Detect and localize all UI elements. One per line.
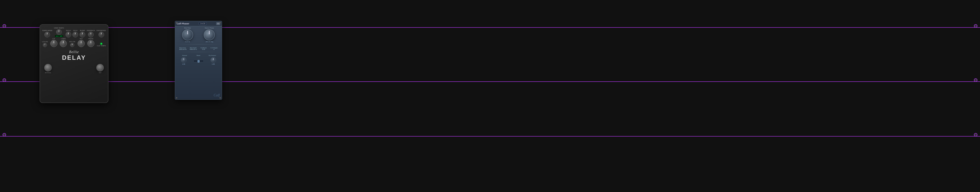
knob-label-tempo-mode: TEMPO MODE [42, 30, 52, 31]
knob-lowq[interactable] [60, 40, 67, 47]
knob-label-hcf: HCF [80, 38, 83, 39]
feedback-value: 0.25 [199, 49, 209, 50]
knob-lcf[interactable] [50, 40, 57, 47]
cue-tempo-led [100, 43, 102, 44]
reset-slider-thumb [197, 60, 200, 63]
calf-large-knobs-section: Mod Rate Stereo Phase 0.20 hz 180.00 deg [175, 26, 222, 44]
reset-label: Reset [191, 55, 205, 56]
bypass-label: BYPASS [45, 72, 51, 74]
knob-crossfeed[interactable] [99, 32, 104, 38]
knob-group-tempo-mode: TEMPO MODE [42, 30, 52, 38]
knob-label-user-tempo: USER TEMPO [54, 27, 64, 29]
mod-depth-value: 4000.00 ct [188, 49, 199, 50]
amount-value: 1.00 [182, 63, 185, 65]
knob-label-div-r: DIV R [73, 30, 77, 31]
knob-group-lcf: LCF [50, 38, 57, 47]
menu-line-1 [217, 23, 220, 23]
knob-feedback[interactable] [88, 32, 94, 38]
knob-label-lowq: LOWQ [61, 38, 65, 39]
knob-divi-b[interactable] [65, 32, 71, 38]
connector-right-middle [974, 78, 977, 82]
knob-group-user-tempo: USER TEMPO 120.0 BPM [54, 27, 64, 38]
base-freq-value: 1000.00 hz [178, 49, 188, 50]
stereo-phase-knob-group: 180.00 deg [204, 29, 215, 42]
calf-onoff-button[interactable]: On/Off [199, 22, 207, 25]
tap-label: TAP [99, 72, 101, 74]
calf-small-params-section: Base Freq. Mod Depth Feedback # of Stage… [175, 45, 222, 51]
knob-group-blend: BLEND [80, 30, 85, 38]
knob-hcf[interactable] [78, 40, 85, 47]
signal-line-top [0, 27, 980, 28]
mod-rate-knob-group: 0.20 hz [182, 29, 193, 42]
knob-group-lowq: LOWQ [60, 38, 67, 47]
connector-left-bottom [3, 133, 6, 137]
knob-user-tempo[interactable] [56, 29, 62, 35]
delay-name-area: Bellie DELAY [40, 49, 108, 62]
amount-knob-group: 1.00 [181, 57, 186, 65]
user-tempo-display: 120.0 BPM [55, 35, 64, 38]
knob-label-crossfeed: CROSSFEED [97, 30, 106, 31]
stereo-phase-section-label: Stereo Phase [199, 27, 221, 29]
connector-left-top [3, 24, 6, 28]
bypass-footswitch-group: BYPASS [44, 64, 52, 74]
signal-line-bottom [0, 136, 980, 137]
knob-group-feedback: FEEDBACK [87, 30, 95, 38]
knob-group-crossfeed: CROSSFEED [97, 30, 106, 38]
knob-label-highq: HIGHQ [88, 38, 94, 39]
reset-slider-container [193, 60, 204, 63]
knob-group-div-r: DIV R [73, 30, 78, 38]
delay-brand: Bellie [40, 50, 108, 54]
signal-line-middle [0, 81, 980, 82]
screw-top-right [220, 22, 221, 24]
knob-label-hcf-on: HCF ON [69, 41, 75, 42]
knob-highq[interactable] [87, 40, 94, 47]
tap-footswitch[interactable] [96, 64, 104, 71]
screw-top-left [176, 22, 177, 24]
mod-rate-value: 0.20 hz [185, 41, 190, 42]
calf-logo: Calf [213, 93, 220, 98]
knob-hcf-on[interactable] [70, 43, 74, 47]
calf-title: Calf Phaser [177, 22, 189, 25]
knob-tempo-mode[interactable] [45, 32, 50, 38]
knob-label-divi-b: DIVI B [66, 30, 71, 31]
dry-amount-knob[interactable] [210, 57, 216, 63]
amount-label: Amount [178, 55, 191, 56]
delay-pedal: TEMPO MODE USER TEMPO 120.0 BPM DIVI B D… [40, 24, 108, 103]
knob-lcf-on[interactable] [43, 43, 47, 47]
knob-group-cue-tempo: CUE TEMPO [97, 43, 106, 47]
reset-slider[interactable] [193, 60, 204, 62]
dry-amount-value: 1.00 [212, 63, 215, 65]
calf-amount-section: Amount Reset Dry Amount 1.00 1.00 [175, 53, 222, 66]
connector-right-top [974, 24, 977, 28]
connector-left-middle [3, 78, 6, 82]
knob-group-highq: HIGHQ [87, 38, 94, 47]
knob-group-hcf-on: HCF ON [69, 41, 75, 47]
knob-label-feedback: FEEDBACK [87, 30, 95, 31]
amount-knob[interactable] [181, 57, 186, 63]
knob-div-r[interactable] [73, 32, 78, 38]
mod-rate-knob[interactable] [182, 29, 193, 41]
knob-blend[interactable] [80, 32, 85, 38]
stereo-phase-knob[interactable] [204, 29, 215, 41]
knob-group-divi-b: DIVI B [65, 30, 71, 38]
knob-group-lcf-on: LCF ON [42, 41, 48, 47]
dry-amount-knob-group: 1.00 [210, 57, 216, 65]
calf-header: Calf Phaser On/Off [175, 21, 222, 26]
knob-label-cue-tempo: CUE TEMPO [97, 45, 106, 47]
delay-title: DELAY [40, 54, 108, 61]
calf-phaser: Calf Phaser On/Off Mod Rate Stereo Phase… [175, 21, 222, 100]
connector-right-bottom [974, 133, 977, 137]
bypass-footswitch[interactable] [44, 64, 52, 71]
stages-value: 6 [209, 49, 219, 50]
knob-label-lcf: LCF [52, 38, 55, 39]
knob-label-blend: BLEND [80, 30, 85, 31]
stereo-phase-value: 180.00 deg [205, 41, 213, 42]
tap-footswitch-group: TAP [96, 64, 104, 74]
knob-group-hcf: HCF [78, 38, 85, 47]
dry-amount-label: Dry Amount [205, 55, 219, 56]
knob-label-lcf-on: LCF ON [42, 41, 48, 42]
screw-bottom-left [176, 97, 177, 99]
mod-rate-section-label: Mod Rate [177, 27, 199, 29]
